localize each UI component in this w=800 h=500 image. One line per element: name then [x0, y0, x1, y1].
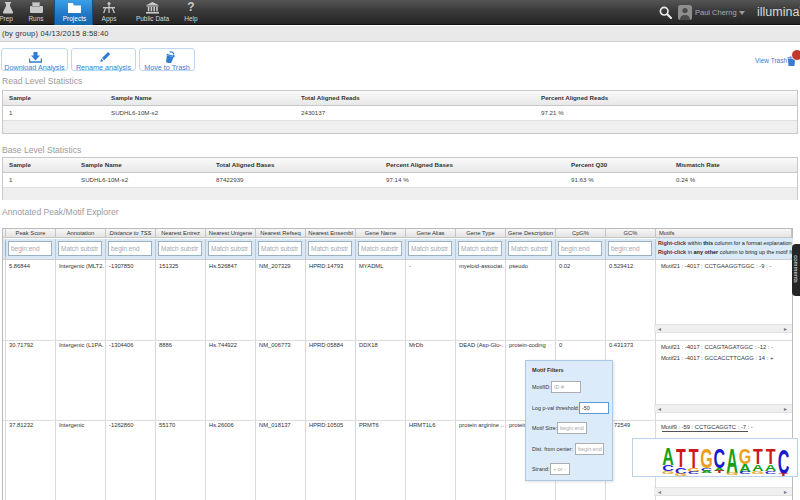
svg-text:C: C — [765, 470, 777, 475]
svg-text:G: G — [662, 470, 675, 475]
svg-text:T: T — [779, 474, 789, 476]
svg-text:G: G — [675, 474, 688, 476]
svg-text:A: A — [701, 471, 714, 474]
svg-text:G: G — [726, 473, 739, 476]
svg-text:T: T — [714, 471, 724, 474]
svg-text:C: C — [778, 442, 790, 476]
svg-text:A: A — [726, 442, 738, 476]
svg-text:G: G — [752, 470, 765, 475]
svg-text:C: C — [739, 472, 752, 475]
svg-text:C: C — [688, 472, 701, 475]
